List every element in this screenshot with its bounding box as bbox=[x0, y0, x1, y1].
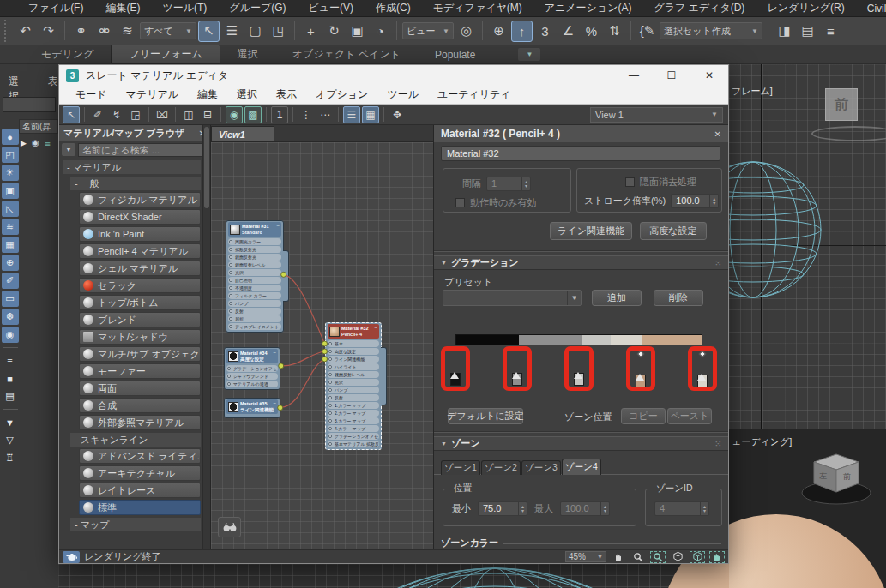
zone-marker-handle[interactable] bbox=[574, 357, 584, 386]
spinner-arrows-icon[interactable] bbox=[709, 195, 718, 207]
app-menu-item[interactable]: モディファイヤ(M) bbox=[422, 1, 533, 15]
slot-socket-icon[interactable] bbox=[229, 255, 232, 259]
move-children-icon[interactable]: ◫ bbox=[180, 106, 197, 123]
eye-icon[interactable]: ◉ bbox=[32, 138, 39, 147]
node-slot[interactable]: シャドウブレンド bbox=[226, 373, 278, 380]
browser-item[interactable]: Pencil+ 4 マテリアル bbox=[79, 243, 201, 259]
viewport-strip[interactable] bbox=[58, 564, 729, 588]
node-slot[interactable]: 拡散反射光 bbox=[228, 246, 281, 253]
pan-hand-icon[interactable] bbox=[611, 551, 626, 563]
chevron-down-icon[interactable]: ▼ bbox=[751, 27, 758, 35]
slot-socket-icon[interactable] bbox=[229, 240, 232, 243]
browser-section-header[interactable]: - マテリアル bbox=[63, 160, 201, 174]
browser-item[interactable]: セラック bbox=[79, 278, 201, 293]
filter-geometry-icon[interactable]: ● bbox=[2, 129, 19, 145]
node-output-tab[interactable] bbox=[283, 250, 289, 302]
material-node-31[interactable]: Material #31Standard−周囲光カラー拡散反射光鏡面反射光鏡面反… bbox=[226, 220, 284, 333]
slot-socket-icon[interactable] bbox=[328, 357, 332, 361]
slot-socket-icon[interactable] bbox=[328, 365, 332, 369]
explorer-name-column-header[interactable]: 名前(昇 bbox=[19, 119, 58, 134]
ribbon-minimize-icon[interactable]: ▼ bbox=[518, 48, 540, 61]
node-slot[interactable]: ハイライト bbox=[328, 363, 379, 370]
node-slot[interactable]: 高度な設定 bbox=[328, 348, 379, 355]
get-material-icon[interactable]: ↯ bbox=[108, 106, 125, 123]
slot-socket-icon[interactable] bbox=[227, 367, 231, 370]
ribbon-tab[interactable]: オブジェクト ペイント bbox=[275, 45, 418, 63]
editor-titlebar[interactable]: 3 スレート マテリアル エディタ — ☐ ✕ bbox=[59, 65, 728, 86]
tree-expand-icon[interactable]: ▶ bbox=[21, 139, 27, 147]
node-slot[interactable]: フィルタ カラー bbox=[228, 292, 281, 299]
node-slot[interactable]: ライン関連機能 bbox=[328, 356, 379, 363]
node-slot[interactable]: 反射 bbox=[328, 394, 379, 401]
material-node-32[interactable]: Material #32Pencil+ 4−基本高度な設定ライン関連機能ハイライ… bbox=[325, 322, 382, 450]
stroke-scale-spinner[interactable]: 100.0 bbox=[671, 194, 719, 208]
node-slot[interactable]: 基本マテリアル 拡散反射光 bbox=[328, 441, 379, 447]
node-slot[interactable]: 2.カラー マップ bbox=[328, 410, 379, 417]
filter-external-icon[interactable]: ⊕ bbox=[2, 255, 19, 271]
scrollbar-thumb[interactable] bbox=[204, 127, 209, 208]
zone-marker-diamond-icon[interactable] bbox=[637, 351, 644, 357]
select-link-icon[interactable]: ⚭ bbox=[70, 21, 92, 42]
chevron-down-icon[interactable]: ▼ bbox=[185, 27, 192, 35]
hidden-surface-checkbox[interactable] bbox=[625, 177, 635, 187]
slot-socket-icon[interactable] bbox=[328, 381, 332, 384]
zone-rollout[interactable]: ▼ ゾーン ⁙ bbox=[434, 436, 728, 451]
browser-item[interactable]: 合成 bbox=[79, 398, 201, 413]
chevron-down-icon[interactable]: ▼ bbox=[711, 111, 718, 118]
node-slot[interactable]: バンプ bbox=[328, 387, 379, 393]
chevron-down-icon[interactable]: ▼ bbox=[62, 143, 75, 156]
material-node-35[interactable]: Material #35ライン関連機能− bbox=[224, 398, 280, 418]
max-spinner[interactable]: 100.0 bbox=[560, 501, 610, 516]
browser-item[interactable]: モーファー bbox=[79, 363, 201, 379]
node-slot[interactable]: 反射 bbox=[228, 308, 281, 315]
app-menu-item[interactable]: Civil View bbox=[856, 3, 886, 15]
filter-containers-icon[interactable]: ▭ bbox=[2, 291, 19, 307]
browser-group-header[interactable]: - スキャンライン bbox=[70, 433, 201, 447]
node-graph-canvas[interactable]: Material #31Standard−周囲光カラー拡散反射光鏡面反射光鏡面反… bbox=[211, 142, 433, 549]
viewport-shaded[interactable]: ェーディング] 左 前 bbox=[729, 429, 886, 588]
chevron-down-icon[interactable]: ▼ bbox=[443, 27, 449, 35]
spinner-snap-icon[interactable]: ⇅ bbox=[604, 21, 625, 42]
line-function-button[interactable]: ライン関連機能 bbox=[550, 222, 632, 240]
slot-socket-icon[interactable] bbox=[229, 325, 232, 328]
use-pivot-point-icon[interactable]: ◎ bbox=[455, 21, 477, 42]
window-crossing-icon[interactable]: ◳ bbox=[268, 21, 289, 42]
slot-socket-icon[interactable] bbox=[328, 388, 332, 392]
snap-toggle-3d-icon[interactable]: 3 bbox=[534, 21, 556, 42]
render-status-button[interactable] bbox=[63, 551, 80, 563]
node-header[interactable]: Material #32Pencil+ 4− bbox=[328, 324, 379, 339]
ribbon-tab[interactable]: Populate bbox=[418, 47, 492, 63]
app-menu-item[interactable]: グラフ エディタ(D) bbox=[642, 1, 756, 15]
paste-button[interactable]: ペースト bbox=[667, 408, 712, 424]
editor-menu-item[interactable]: モード bbox=[66, 87, 117, 102]
app-menu-item[interactable]: レンダリング(R) bbox=[756, 1, 855, 15]
filter-clear-icon[interactable]: ▽ bbox=[2, 432, 19, 448]
add-preset-button[interactable]: 追加 bbox=[592, 290, 642, 306]
display-detail-icon[interactable]: ▤ bbox=[2, 388, 19, 405]
browser-item[interactable]: トップ/ボトム bbox=[79, 295, 201, 310]
slot-socket-icon[interactable] bbox=[229, 286, 232, 290]
view-tab[interactable]: View1 bbox=[211, 126, 274, 141]
zoom-extents-icon[interactable] bbox=[670, 551, 685, 563]
node-slot[interactable]: グラデーションオフセット bbox=[226, 365, 278, 372]
select-by-name-icon[interactable]: ☰ bbox=[221, 21, 243, 42]
node-header[interactable]: Material #35ライン関連機能− bbox=[226, 399, 278, 414]
filter-shapes-icon[interactable]: ◰ bbox=[2, 147, 19, 163]
browser-item[interactable]: シェル マテリアル bbox=[79, 261, 201, 276]
zoom-tool-icon[interactable] bbox=[630, 551, 646, 563]
zone-marker-handle[interactable] bbox=[450, 357, 461, 386]
slot-socket-icon[interactable] bbox=[328, 373, 332, 376]
node-collapse-icon[interactable]: − bbox=[273, 400, 276, 405]
viewcube-front[interactable]: 前 bbox=[825, 88, 858, 121]
slot-socket-icon[interactable] bbox=[227, 382, 231, 386]
browser-search-input[interactable] bbox=[78, 143, 208, 157]
display-solid-icon[interactable]: ■ bbox=[2, 370, 19, 387]
slot-socket-icon[interactable] bbox=[229, 294, 232, 297]
browser-group-header[interactable]: - マップ bbox=[70, 518, 201, 531]
node-collapse-icon[interactable]: − bbox=[273, 350, 276, 355]
filter-materials-icon[interactable]: ▦ bbox=[2, 237, 19, 253]
browser-item[interactable]: マルチ/サブ オブジェクト bbox=[79, 346, 201, 362]
edit-named-selection-icon[interactable]: {✎ bbox=[636, 21, 658, 42]
browser-header[interactable]: マテリアル/マップ ブラウザ ✕ bbox=[59, 125, 210, 141]
ribbon-tab[interactable]: モデリング bbox=[24, 45, 111, 63]
